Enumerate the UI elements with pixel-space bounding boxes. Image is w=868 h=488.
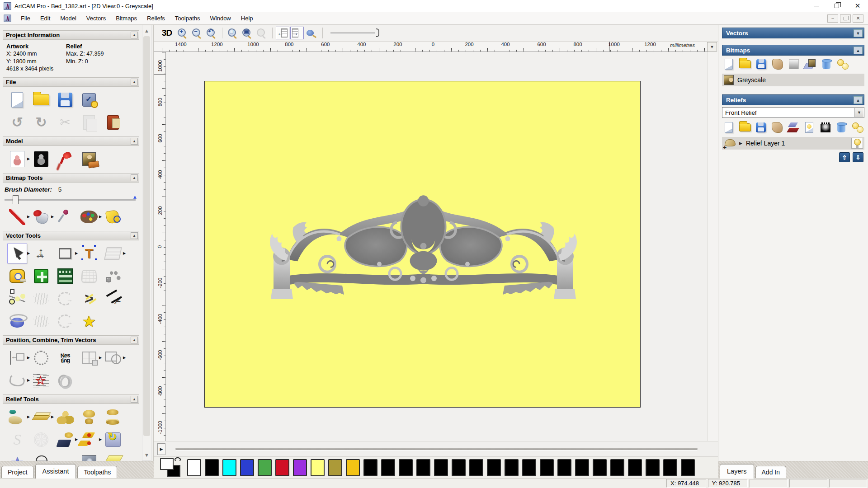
flyout-arrow-icon[interactable] [75, 437, 79, 441]
free-sketch-icon[interactable] [31, 289, 51, 309]
zoom-previous-icon[interactable]: ↶ [204, 27, 218, 39]
paint-bucket-icon[interactable] [31, 207, 51, 227]
scroll-up-icon[interactable]: ▲ [142, 26, 151, 35]
measure-tool-icon[interactable] [7, 266, 27, 286]
zoom-shaded-icon[interactable] [255, 27, 268, 39]
layer-expander-icon[interactable]: ▶ [739, 141, 742, 145]
zoom-fit-icon[interactable]: ▣ [240, 27, 254, 39]
new-model-icon[interactable] [7, 90, 27, 110]
star-tool-icon[interactable]: ★ [79, 311, 99, 331]
palette-swatch[interactable] [663, 459, 677, 476]
offset-relief-icon[interactable] [103, 452, 123, 461]
text-on-curve-icon[interactable] [31, 348, 51, 368]
flyout-arrow-icon[interactable] [27, 215, 31, 219]
add-gold-bar-icon[interactable] [31, 407, 51, 427]
scrollbar-thumb[interactable] [143, 36, 150, 436]
relief-paint-icon[interactable] [771, 122, 783, 133]
bitmap-layer-icon[interactable] [804, 58, 816, 70]
bitmap-layer-row[interactable]: Greyscale [722, 74, 864, 86]
view-contrast-slider[interactable] [330, 28, 379, 38]
render-lamp-icon[interactable] [55, 149, 75, 169]
align-vectors-icon[interactable] [7, 348, 27, 368]
extrude-dome-icon[interactable] [7, 311, 27, 331]
trim-vectors-icon[interactable] [103, 289, 123, 309]
collapse-panel-icon[interactable]: ▲ [854, 47, 863, 54]
flood-fill-icon[interactable] [103, 207, 123, 227]
preview-look-icon[interactable] [305, 27, 318, 39]
palette-swatch[interactable] [540, 459, 554, 476]
blue-star-relief-icon[interactable]: ★ [7, 452, 27, 461]
maximize-button[interactable] [826, 0, 847, 12]
create-polyline-icon[interactable] [7, 289, 27, 309]
free-polyline-icon[interactable] [31, 311, 51, 331]
menu-vectors[interactable]: Vectors [81, 13, 111, 23]
palette-swatch[interactable] [346, 459, 360, 476]
menu-reliefs[interactable]: Reliefs [142, 13, 170, 23]
bitmap-new-icon[interactable] [723, 58, 735, 70]
palette-swatch[interactable] [258, 459, 272, 476]
palette-swatch[interactable] [681, 459, 695, 476]
bitmap-delete-icon[interactable] [821, 58, 832, 70]
pan-left-page-icon[interactable] [276, 27, 289, 39]
relief-preview-icon[interactable] [803, 122, 815, 133]
mdi-restore-button[interactable] [840, 14, 851, 23]
palette-swatch[interactable] [416, 459, 430, 476]
menu-edit[interactable]: Edit [35, 13, 55, 23]
join-vectors-icon[interactable] [7, 371, 27, 390]
colour-picker-icon[interactable] [55, 207, 75, 227]
flyout-arrow-icon[interactable] [27, 378, 31, 382]
brush-diameter-slider[interactable] [5, 195, 136, 205]
nesting-icon[interactable]: Nesting [55, 348, 75, 368]
relief-delete-icon[interactable] [835, 122, 847, 133]
palette-swatch[interactable] [522, 459, 536, 476]
palette-swatch[interactable] [311, 459, 325, 476]
palette-swatch[interactable] [222, 459, 236, 476]
relief-new-icon[interactable] [723, 122, 735, 133]
slider-handle[interactable] [13, 195, 19, 204]
palette-swatch[interactable] [434, 459, 448, 476]
palette-swatch[interactable] [328, 459, 342, 476]
envelope-relief-icon[interactable] [31, 452, 51, 461]
palette-swatch[interactable] [381, 459, 395, 476]
flyout-arrow-icon[interactable] [27, 157, 31, 161]
collapse-section-icon[interactable]: ▲ [131, 396, 138, 403]
arc-editor-icon[interactable] [55, 289, 75, 309]
relief-layer-row[interactable]: ▶ Relief Layer 1 [722, 137, 864, 150]
flyout-arrow-icon[interactable] [27, 415, 31, 419]
assistant-scrollbar[interactable]: ▲ ▼ [142, 25, 151, 461]
menu-help[interactable]: Help [236, 13, 258, 23]
palette-swatch[interactable] [557, 459, 571, 476]
paint-pencil-icon[interactable] [7, 207, 27, 227]
zoom-objects-icon[interactable]: □ [226, 27, 239, 39]
palette-swatch[interactable] [505, 459, 519, 476]
bitmap-save-icon[interactable] [755, 58, 767, 70]
palette-swatch[interactable] [646, 459, 660, 476]
smart-engrave-icon[interactable]: S [7, 430, 27, 450]
flyout-arrow-icon[interactable] [99, 437, 103, 441]
menu-model[interactable]: Model [55, 13, 81, 23]
palette-swatch[interactable] [575, 459, 589, 476]
collapse-section-icon[interactable]: ▲ [131, 337, 138, 343]
minimize-button[interactable] [806, 0, 826, 12]
pan-right-page-icon[interactable] [290, 27, 304, 39]
canvas-vertical-scrollbar[interactable] [708, 52, 718, 441]
flyout-arrow-icon[interactable] [27, 251, 31, 255]
bitmap-to-vector-icon[interactable] [103, 266, 123, 286]
view-3d-button[interactable]: 3D [159, 27, 175, 39]
palette-swatch[interactable] [399, 459, 413, 476]
flyout-arrow-icon[interactable] [51, 415, 55, 419]
collapse-panel-icon[interactable]: ▲ [854, 96, 863, 104]
relief-visibility-icon[interactable] [852, 122, 863, 133]
flyout-arrow-icon[interactable] [123, 251, 127, 255]
face-wizard-icon[interactable] [79, 452, 99, 461]
fillet-corner-icon[interactable]: > [79, 289, 99, 309]
relief-layer-name[interactable]: Relief Layer 1 [746, 140, 785, 147]
undo-icon[interactable] [7, 113, 27, 132]
scroll-down-icon[interactable]: ▼ [142, 450, 151, 460]
flyout-arrow-icon[interactable] [99, 356, 103, 360]
pane-expand-icon[interactable]: ▶ [157, 443, 165, 455]
collapse-section-icon[interactable]: ▲ [131, 32, 138, 38]
bitmap-visibility-icon[interactable] [837, 58, 849, 70]
zoom-in-icon[interactable]: + [175, 27, 189, 39]
collapse-section-icon[interactable]: ▲ [131, 79, 138, 85]
